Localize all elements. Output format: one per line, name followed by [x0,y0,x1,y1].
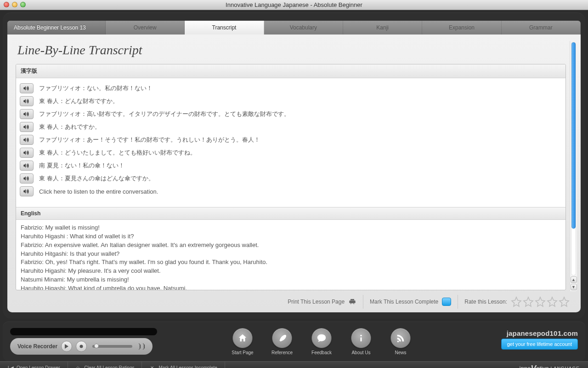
scroll-down-button[interactable]: ▼ [571,284,577,290]
play-audio-button[interactable] [20,109,34,119]
kanji-section-header: 漢字版 [16,64,565,78]
transcript-line: ファブリツィオ：あー！そうです！私の財布です。うれしい！ありがとう。春人！ [20,133,561,146]
tab-grammar[interactable]: Grammar [502,21,581,34]
window-titlebar: Innovative Language Japanese - Absolute … [0,0,588,10]
mark-all-incomplete-label: Mark All Lessons Incomplete [158,365,217,368]
zoom-window-button[interactable] [20,2,26,7]
rate-group: Rate this Lesson: [458,295,570,309]
transcript-scroll-area: 漢字版 ファブリツィオ：ない。私の財布！ない！東 春人：どんな財布ですか。ファブ… [16,64,566,290]
transcript-line: 東 春人：あれですか。 [20,121,561,133]
nav-feedback-label: Feedback [311,350,332,355]
transcript-line-text: Click here to listen to the entire conve… [39,188,158,195]
star-outline-icon: ☆ [75,365,81,368]
star-1[interactable] [511,296,522,307]
drawer-icon: ❘◀ [7,365,13,368]
speech-bubble-icon [311,328,332,348]
open-lesson-drawer-button[interactable]: ❘◀ Open Lesson Drawer [0,362,68,368]
svg-rect-2 [360,337,362,341]
transcript-line: 南 夏見：ない！私の傘！ない！ [20,159,561,172]
play-audio-button[interactable] [20,135,34,145]
lesson-label-tab: Absolute Beginner Lesson 13 [7,21,106,34]
info-icon [351,328,371,348]
mark-complete-checkbox[interactable] [442,298,451,306]
play-audio-button[interactable] [20,161,34,171]
play-audio-button[interactable] [20,148,34,158]
star-3[interactable] [535,296,546,307]
brand-logo: innoVative LANGUAGE [520,363,588,368]
slider-knob[interactable] [94,344,99,348]
tab-expansion[interactable]: Expansion [422,21,501,34]
scroll-thumb[interactable] [571,42,576,229]
mark-complete-label: Mark This Lesson Complete [370,299,438,305]
promo-box: japanesepod101.com get your free lifetim… [486,329,578,353]
transcript-line-text: 東 春人：夏見さんの傘はどんな傘ですか。 [39,174,154,183]
footer-bar: ❘◀ Open Lesson Drawer ☆ Clear All Lesson… [0,361,588,368]
english-body: Fabrizio: My wallet is missing! Haruhito… [16,220,565,290]
play-audio-button[interactable] [20,122,34,132]
home-icon [232,328,253,348]
transcript-line: ファブリツィオ：高い財布です。イタリアのデザイナーの財布です。とても素敵な財布で… [20,108,561,121]
tab-transcript[interactable]: Transcript [185,21,264,34]
star-4[interactable] [547,296,558,307]
nav-start-page-label: Start Page [232,350,253,355]
scroll-track[interactable] [571,42,576,276]
tab-vocabulary[interactable]: Vocabulary [264,21,343,34]
minimize-window-button[interactable] [12,2,17,7]
print-group[interactable]: Print This Lesson Page [281,295,356,309]
mark-all-incomplete-button[interactable]: ✕ Mark All Lessons Incomplete [142,362,225,368]
voice-recorder: Voice Recorder ⦘⦘ [10,338,153,355]
close-window-button[interactable] [4,2,9,7]
play-audio-button[interactable] [20,83,34,93]
nav-reference-label: Reference [271,350,293,355]
tab-overview[interactable]: Overview [106,21,185,34]
print-label: Print This Lesson Page [288,299,345,305]
svg-point-0 [80,345,83,348]
transcript-line-text: 東 春人：あれですか。 [39,123,101,131]
traffic-lights [4,2,26,7]
rss-icon [390,328,411,348]
nav-reference[interactable]: Reference [269,328,295,355]
nav-news[interactable]: News [387,328,414,355]
transcript-line-text: 南 夏見：ない！私の傘！ない！ [39,161,124,170]
recorder-record-button[interactable] [76,341,87,352]
lower-dark-bar: Voice Recorder ⦘⦘ Start Page Reference F… [3,322,585,361]
audio-player: Voice Recorder ⦘⦘ [10,328,157,355]
transcript-line-text: 東 春人：どんな財布ですか。 [39,97,119,105]
open-lesson-drawer-label: Open Lesson Drawer [17,365,60,368]
promo-cta-button[interactable]: get your free lifetime account [501,339,578,350]
mark-complete-group[interactable]: Mark This Lesson Complete [363,295,451,309]
scroll-up-button[interactable]: ▲ [571,276,577,283]
panel-inner: Line-By-Line Transcript 漢字版 ファブリツィオ：ない。私… [7,34,570,312]
transcript-line: 東 春人：どんな財布ですか。 [20,95,561,108]
recorder-volume-slider[interactable] [92,345,132,348]
play-audio-button[interactable] [20,96,34,106]
nav-start-page[interactable]: Start Page [229,328,256,355]
window-title: Innovative Language Japanese - Absolute … [226,1,362,8]
svg-point-1 [360,334,362,336]
rate-label: Rate this Lesson: [464,299,507,305]
panel-action-bar: Print This Lesson Page Mark This Lesson … [16,295,570,309]
transcript-line-text: 東 春人：どういたしまして。とても格好いい財布ですね。 [39,149,196,157]
rating-stars [511,296,570,307]
feather-icon [272,328,292,348]
tab-kanji[interactable]: Kanji [343,21,422,34]
lesson-label-text: Absolute Beginner Lesson 13 [14,24,86,31]
recorder-play-button[interactable] [61,341,72,352]
nav-about-us[interactable]: About Us [348,328,374,355]
transcript-line-text: ファブリツィオ：ない。私の財布！ない！ [39,84,153,92]
nav-news-label: News [395,350,406,355]
nav-feedback[interactable]: Feedback [308,328,335,355]
audio-progress-track[interactable] [10,328,157,335]
transcript-line: 東 春人：夏見さんの傘はどんな傘ですか。 [20,172,561,185]
play-audio-button[interactable] [20,173,34,184]
nav-buttons: Start Page Reference Feedback About Us N… [157,328,486,355]
transcript-line-text: ファブリツィオ：あー！そうです！私の財布です。うれしい！ありがとう。春人！ [39,136,260,144]
kanji-lines: ファブリツィオ：ない。私の財布！ない！東 春人：どんな財布ですか。ファブリツィオ… [16,78,565,207]
play-audio-button[interactable] [20,186,34,196]
promo-site[interactable]: japanesepod101.com [507,329,578,337]
vertical-scrollbar[interactable]: ▲ ▼ [570,41,577,291]
star-5[interactable] [559,296,570,307]
app-chrome: Absolute Beginner Lesson 13 Overview Tra… [3,12,585,319]
clear-all-ratings-button[interactable]: ☆ Clear All Lesson Ratings [68,362,142,368]
star-2[interactable] [523,296,534,307]
